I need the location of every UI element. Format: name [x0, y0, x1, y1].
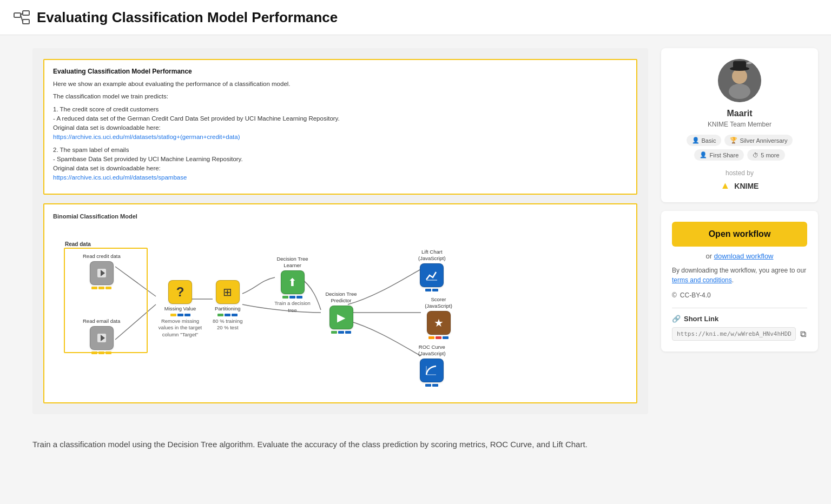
- spam-data-link[interactable]: https://archive.ics.uci.edu/ml/datasets/…: [53, 174, 187, 181]
- node-dt-predictor-box[interactable]: ▶: [329, 306, 353, 329]
- port: [105, 352, 111, 354]
- node-lift-chart: Lift Chart(JavaScript): [418, 249, 446, 292]
- workflow-icon: [13, 9, 30, 26]
- open-workflow-button[interactable]: Open workflow: [672, 222, 807, 247]
- svg-line-4: [21, 15, 23, 22]
- credit-data-link[interactable]: https://archive.ics.uci.edu/ml/datasets/…: [53, 134, 240, 140]
- description-title: Evaluating Classification Model Performa…: [53, 68, 628, 75]
- description-para4: 2. The spam label of emails - Spambase D…: [53, 145, 628, 183]
- badge-silver-label: Silver Anniversary: [740, 137, 787, 144]
- node-read-email-label: Read email data: [83, 318, 120, 324]
- svg-rect-2: [23, 19, 29, 24]
- port: [432, 289, 438, 291]
- badge-first-share-icon: 👤: [700, 151, 707, 158]
- port: [432, 384, 438, 387]
- node-dt-learner-label: Decision Tree Learner: [272, 256, 313, 269]
- node-partitioning: ⊞ Partitioning 80 % training20 % test: [213, 280, 242, 331]
- node-scorer-box[interactable]: ★: [427, 311, 451, 335]
- port: [98, 287, 104, 289]
- short-link-text: Short Link: [684, 315, 718, 323]
- badge-first-share-label: First Share: [709, 152, 738, 158]
- diagram-title: Binomial Classification Model: [53, 213, 628, 220]
- port: [170, 314, 176, 316]
- node-partitioning-box[interactable]: ⊞: [216, 280, 240, 304]
- download-workflow-link[interactable]: download workflow: [714, 252, 774, 260]
- main-content: Evaluating Classification Model Performa…: [0, 35, 831, 427]
- divider: [672, 308, 807, 308]
- svg-rect-0: [14, 13, 21, 17]
- port: [217, 314, 223, 316]
- badge-more[interactable]: ⏱ 5 more: [747, 149, 784, 161]
- action-card: Open workflow or download workflow By do…: [661, 211, 818, 352]
- port: [331, 331, 337, 334]
- top-bar: Evaluating Classification Model Performa…: [0, 0, 831, 35]
- short-link-row: ⧉: [672, 327, 807, 341]
- port: [105, 287, 111, 289]
- page-title: Evaluating Classification Model Performa…: [37, 9, 338, 26]
- short-link-label: 🔗 Short Link: [672, 315, 807, 323]
- terms-link[interactable]: terms and conditions: [672, 276, 732, 284]
- short-link-input[interactable]: [672, 327, 796, 341]
- description-box: Evaluating Classification Model Performa…: [43, 59, 637, 195]
- description-para2: The classification model we train predic…: [53, 92, 628, 101]
- avatar-image: [718, 59, 761, 102]
- workflow-area: Evaluating Classification Model Performa…: [32, 48, 648, 414]
- port: [345, 331, 351, 334]
- workflow-svg-area: Read data Read credit data R: [53, 226, 628, 394]
- node-read-email-ports: [91, 352, 111, 354]
- port: [443, 336, 449, 339]
- port: [91, 352, 97, 354]
- node-partitioning-label: Partitioning: [215, 306, 241, 312]
- port: [425, 289, 431, 291]
- node-read-email: Read email data: [83, 318, 120, 354]
- badge-basic: 👤 Basic: [687, 135, 722, 146]
- port: [225, 314, 230, 316]
- user-name: Maarit: [672, 109, 807, 118]
- port: [296, 296, 302, 299]
- badge-more-label: 5 more: [761, 152, 779, 158]
- node-scorer-ports: [428, 336, 449, 339]
- footer-text: Train a classification model using the D…: [32, 438, 799, 451]
- node-read-email-box[interactable]: [90, 326, 114, 350]
- node-lift-chart-box[interactable]: [420, 263, 444, 287]
- user-card: Maarit KNIME Team Member 👤 Basic 🏆 Silve…: [661, 48, 818, 202]
- node-roc-curve-box[interactable]: [420, 359, 444, 382]
- node-dt-predictor-ports: [331, 331, 351, 334]
- node-roc-curve-label: ROC Curve(JavaScript): [418, 344, 446, 357]
- download-prefix: or: [705, 252, 712, 260]
- user-role: KNIME Team Member: [672, 121, 807, 128]
- read-data-label: Read data: [65, 241, 91, 247]
- port: [184, 314, 190, 316]
- port: [425, 384, 431, 387]
- node-roc-curve-ports: [425, 384, 438, 387]
- short-link-icon: 🔗: [672, 315, 681, 323]
- badge-silver: 🏆 Silver Anniversary: [724, 135, 793, 146]
- node-dt-learner-box[interactable]: ⬆: [281, 270, 305, 294]
- license-icon: ©: [672, 291, 677, 299]
- port: [338, 331, 344, 334]
- svg-rect-9: [426, 280, 437, 281]
- download-note-text: By downloading the workflow, you agree t…: [672, 267, 806, 274]
- port: [177, 314, 183, 316]
- node-partitioning-sub: 80 % training20 % test: [213, 318, 242, 331]
- node-missing-value-ports: [170, 314, 190, 316]
- avatar: [718, 59, 761, 102]
- copy-button[interactable]: ⧉: [799, 328, 807, 340]
- node-read-credit-box[interactable]: [90, 261, 114, 285]
- node-dt-learner: Decision Tree Learner ⬆ Train a decision…: [272, 256, 313, 314]
- node-read-credit: Read credit data: [83, 253, 121, 289]
- node-lift-chart-ports: [425, 289, 438, 291]
- port: [91, 287, 97, 289]
- node-missing-value-box[interactable]: ?: [168, 280, 192, 304]
- badge-basic-icon: 👤: [692, 137, 700, 144]
- port: [436, 336, 441, 339]
- node-scorer: Scorer (JavaScript) ★: [418, 296, 459, 340]
- node-roc-curve: ROC Curve(JavaScript): [418, 344, 446, 387]
- badge-silver-icon: 🏆: [730, 137, 737, 144]
- node-dt-predictor: Decision Tree Predictor ▶: [321, 291, 361, 334]
- node-dt-learner-ports: [282, 296, 302, 299]
- sidebar: Maarit KNIME Team Member 👤 Basic 🏆 Silve…: [661, 48, 818, 414]
- badge-more-icon: ⏱: [753, 152, 759, 158]
- badge-basic-label: Basic: [702, 137, 716, 144]
- node-dt-learner-sub: Train a decision tree: [272, 300, 313, 314]
